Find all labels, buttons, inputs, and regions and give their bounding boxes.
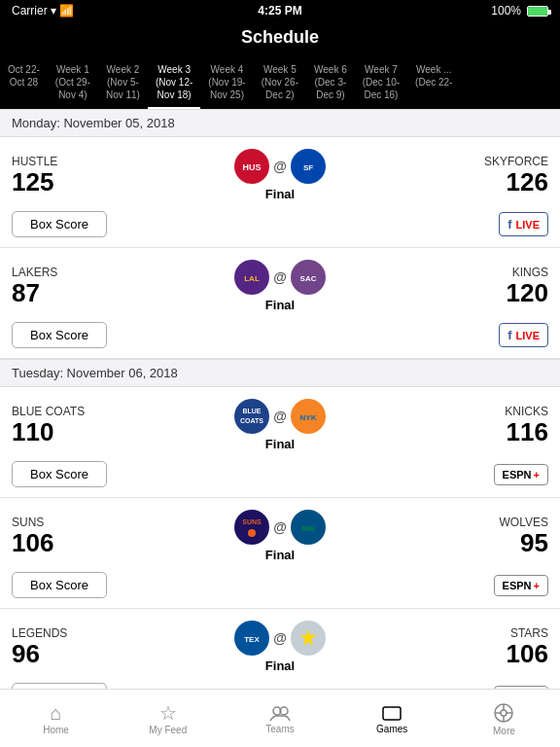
svg-text:NYK: NYK xyxy=(299,413,316,422)
team-right-stars: STARS 106 xyxy=(348,626,548,668)
nav-item-home[interactable]: ⌂ Home xyxy=(0,697,112,739)
game-center-lakers-kings: LAL @ SAC Final xyxy=(212,260,348,312)
week-tab-week7[interactable]: Week 7(Dec 10-Dec 16) xyxy=(355,59,407,109)
game-card-suns-wolves: SUNS 106 SUNS @ xyxy=(0,498,560,609)
logo-lakers: LAL xyxy=(234,260,269,295)
logo-skyforce: SF xyxy=(291,149,326,184)
home-icon: ⌂ xyxy=(51,703,62,723)
svg-text:TEX: TEX xyxy=(244,635,260,644)
team-left-suns: SUNS 106 xyxy=(12,516,212,557)
box-score-btn-suns[interactable]: Box Score xyxy=(12,572,107,598)
time: 4:25 PM xyxy=(258,4,301,18)
espn-plus-icon: + xyxy=(534,469,540,480)
week-tab-week6[interactable]: Week 6(Dec 3-Dec 9) xyxy=(306,59,355,109)
svg-text:MIN: MIN xyxy=(301,525,314,532)
game-center-legends-stars: TEX @ Final xyxy=(212,621,348,673)
week-tab-week8[interactable]: Week ...(Dec 22- xyxy=(407,59,460,109)
live-text: LIVE xyxy=(516,219,540,231)
logo-hustle: HUS xyxy=(234,149,269,184)
team-left-legends: LEGENDS 96 xyxy=(12,626,212,668)
page-title: Schedule xyxy=(241,27,319,47)
svg-point-8 xyxy=(235,400,268,433)
svg-text:SUNS: SUNS xyxy=(242,518,262,525)
logo-stars xyxy=(291,621,326,656)
day-header-monday: Monday: November 05, 2018 xyxy=(0,109,560,137)
games-icon xyxy=(381,704,402,722)
battery: 100% xyxy=(491,4,548,18)
week-tab-week4[interactable]: Week 4(Nov 19-Nov 25) xyxy=(200,59,253,109)
at-sign: @ xyxy=(273,630,287,646)
espn-badge-suns[interactable]: ESPN+ xyxy=(494,575,548,596)
team-right-knicks: KNICKS 116 xyxy=(348,405,548,446)
logo-kings: SAC xyxy=(291,260,326,295)
nav-item-my-feed[interactable]: ☆ My Feed xyxy=(112,697,224,739)
week-tabs: Oct 22-Oct 28 Week 1(Oct 29-Nov 4) Week … xyxy=(0,55,560,109)
svg-text:COATS: COATS xyxy=(240,417,263,424)
nav-item-more[interactable]: More xyxy=(448,696,560,740)
game-card-bluecoats-knicks: BLUE COATS 110 BLUE COATS @ xyxy=(0,387,560,498)
game-card-hustle-skyforce: HUSTLE 125 HUS @ SF xyxy=(0,137,560,248)
game-center-bluecoats-knicks: BLUE COATS @ NYK Final xyxy=(212,399,348,451)
box-score-btn-lakers[interactable]: Box Score xyxy=(12,322,107,348)
team-left-bluecoats: BLUE COATS 110 xyxy=(12,405,212,446)
team-right-skyforce: SKYFORCE 126 xyxy=(348,155,548,196)
facebook-icon: f xyxy=(508,217,511,231)
facebook-icon: f xyxy=(508,328,511,342)
svg-text:SAC: SAC xyxy=(299,274,316,283)
week-tab-week5[interactable]: Week 5(Nov 26-Dec 2) xyxy=(254,59,306,109)
teams-icon xyxy=(269,704,291,722)
team-right-kings: KINGS 120 xyxy=(348,266,548,307)
at-sign: @ xyxy=(273,519,287,535)
box-score-btn-hustle[interactable]: Box Score xyxy=(12,211,107,237)
fb-live-badge-hustle[interactable]: f LIVE xyxy=(499,212,548,236)
at-sign: @ xyxy=(273,159,287,174)
box-score-btn-bluecoats[interactable]: Box Score xyxy=(12,461,107,487)
logo-suns: SUNS xyxy=(234,510,269,545)
at-sign: @ xyxy=(273,409,287,424)
more-icon xyxy=(493,702,514,724)
nav-item-games[interactable]: Games xyxy=(336,698,448,738)
espn-text: ESPN xyxy=(503,580,532,591)
week-tab-week1[interactable]: Week 1(Oct 29-Nov 4) xyxy=(48,59,98,109)
nav-item-teams[interactable]: Teams xyxy=(224,698,335,738)
game-center-hustle-skyforce: HUS @ SF Final xyxy=(212,149,348,201)
espn-badge-bluecoats[interactable]: ESPN+ xyxy=(494,464,548,485)
game-center-suns-wolves: SUNS @ MIN Final xyxy=(212,510,348,562)
logo-knicks: NYK xyxy=(291,399,326,434)
at-sign: @ xyxy=(273,269,287,285)
my-feed-icon: ☆ xyxy=(159,703,177,723)
logo-wolves: MIN xyxy=(291,510,326,545)
logo-bluecoats: BLUE COATS xyxy=(234,399,269,434)
bottom-nav: ⌂ Home ☆ My Feed Teams Games xyxy=(0,689,560,747)
week-tab-week2[interactable]: Week 2(Nov 5-Nov 11) xyxy=(98,59,148,109)
svg-text:BLUE: BLUE xyxy=(243,408,262,414)
nav-label-my-feed: My Feed xyxy=(149,725,187,735)
nav-label-more: More xyxy=(493,726,515,736)
game-card-lakers-kings: LAKERS 87 LAL @ SAC xyxy=(0,248,560,359)
page-header: Schedule xyxy=(0,21,560,55)
nav-label-home: Home xyxy=(43,725,69,735)
svg-point-26 xyxy=(501,710,507,716)
carrier: Carrier ▾ 📶 xyxy=(12,4,74,18)
team-left-lakers: LAKERS 87 xyxy=(12,266,212,307)
team-right-wolves: WOLVES 95 xyxy=(348,516,548,557)
nav-label-games: Games xyxy=(376,724,407,734)
team-left-hustle: HUSTLE 125 xyxy=(12,155,212,196)
status-bar: Carrier ▾ 📶 4:25 PM 100% xyxy=(0,0,560,21)
svg-point-13 xyxy=(235,511,268,544)
logo-legends: TEX xyxy=(234,621,269,656)
svg-text:LAL: LAL xyxy=(244,274,260,283)
nav-label-teams: Teams xyxy=(265,724,294,734)
week-tab-oct22[interactable]: Oct 22-Oct 28 xyxy=(0,59,48,109)
fb-live-badge-lakers[interactable]: f LIVE xyxy=(499,323,548,347)
espn-text: ESPN xyxy=(503,469,532,480)
svg-text:SF: SF xyxy=(303,163,313,172)
day-header-tuesday: Tuesday: November 06, 2018 xyxy=(0,359,560,387)
svg-rect-24 xyxy=(383,707,401,720)
svg-point-15 xyxy=(248,529,256,537)
live-text: LIVE xyxy=(516,330,540,341)
week-tab-week3[interactable]: Week 3(Nov 12-Nov 18) xyxy=(148,59,200,109)
svg-text:HUS: HUS xyxy=(243,162,262,172)
espn-plus-icon: + xyxy=(534,580,540,591)
